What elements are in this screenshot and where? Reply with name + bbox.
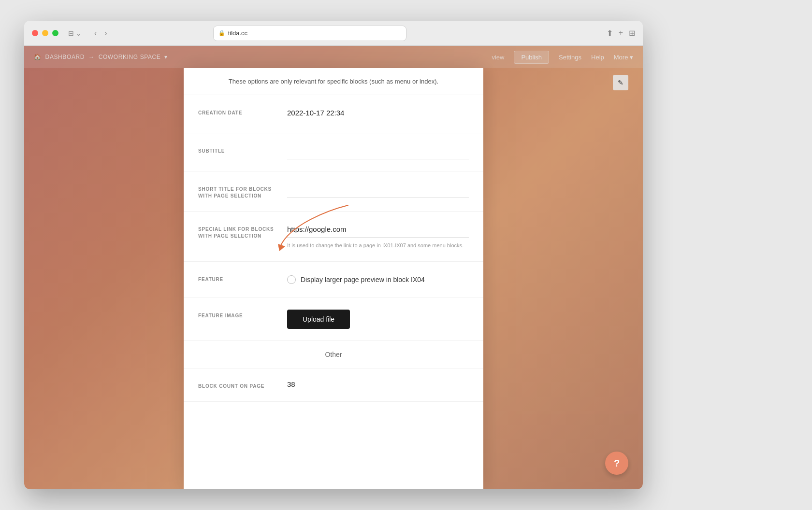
minimize-button[interactable] [42,30,48,36]
feature-field: Display larger page preview in block IX0… [287,273,469,286]
short-title-row: SHORT TITLE FOR BLOCKS WITH PAGE SELECTI… [184,171,483,212]
creation-date-field [287,107,469,121]
block-count-label: BLOCK COUNT ON PAGE [198,380,276,390]
special-link-hint: It is used to change the link to a page … [287,241,469,250]
feature-radio-label: Display larger page preview in block IX0… [301,276,425,283]
traffic-lights [32,30,58,36]
new-tab-icon[interactable]: + [619,28,623,38]
sidebar-toggle-icon[interactable]: ⊟ [68,29,74,37]
help-icon: ? [614,458,620,469]
feature-radio-option[interactable]: Display larger page preview in block IX0… [287,273,469,286]
feature-image-field: Upload file [287,310,469,329]
subtitle-input[interactable] [287,145,469,159]
block-count-number: 38 [287,380,295,388]
creation-date-label: CREATION DATE [198,107,276,116]
browser-toolbar: ⊟ ⌄ ‹ › 🔒 tilda.cc ⬆ + ⊞ [24,21,643,46]
settings-notice: These options are only relevant for spec… [184,68,483,95]
feature-row: FEATURE Display larger page preview in b… [184,262,483,298]
browser-window: ⊟ ⌄ ‹ › 🔒 tilda.cc ⬆ + ⊞ 🏠 DASHBOARD → [24,21,643,489]
other-section-divider: Other [184,341,483,368]
block-count-row: BLOCK COUNT ON PAGE 38 [184,368,483,402]
other-label: Other [325,351,342,358]
grid-icon[interactable]: ⊞ [629,28,635,38]
block-count-value: 38 [287,380,469,389]
back-button[interactable]: ‹ [91,27,100,40]
nav-buttons: ‹ › [91,27,110,40]
special-link-field: It is used to change the link to a page … [287,223,469,250]
feature-label: FEATURE [198,273,276,283]
window-controls: ⊟ ⌄ [68,29,82,37]
creation-date-input[interactable] [287,107,469,121]
chevron-down-icon[interactable]: ⌄ [76,29,82,37]
subtitle-label: SUBTITLE [198,145,276,155]
short-title-label: SHORT TITLE FOR BLOCKS WITH PAGE SELECTI… [198,183,276,199]
share-icon[interactable]: ⬆ [607,28,613,38]
settings-panel: These options are only relevant for spec… [184,68,483,489]
special-link-label: SPECIAL LINK FOR BLOCKS WITH PAGE SELECT… [198,223,276,240]
creation-date-row: CREATION DATE [184,95,483,133]
feature-image-label: FEATURE IMAGE [198,310,276,319]
feature-image-row: FEATURE IMAGE Upload file [184,298,483,341]
toolbar-actions: ⬆ + ⊞ [607,28,635,38]
forward-button[interactable]: › [102,27,110,40]
short-title-input[interactable] [287,183,469,198]
subtitle-field [287,145,469,159]
maximize-button[interactable] [52,30,58,36]
upload-file-button[interactable]: Upload file [287,310,350,329]
help-fab-button[interactable]: ? [605,452,628,475]
special-link-input[interactable] [287,223,469,238]
radio-circle [287,275,296,284]
short-title-field [287,183,469,198]
close-button[interactable] [32,30,38,36]
lock-icon: 🔒 [218,30,225,36]
browser-content: 🏠 DASHBOARD → COWORKING SPACE ▾ view Pub… [24,46,643,489]
special-link-row: SPECIAL LINK FOR BLOCKS WITH PAGE SELECT… [184,212,483,262]
url-text: tilda.cc [228,29,247,37]
settings-body: CREATION DATE SUBTITLE SHORT TITLE FOR B… [184,95,483,402]
address-bar[interactable]: 🔒 tilda.cc [213,26,406,41]
subtitle-row: SUBTITLE [184,133,483,171]
